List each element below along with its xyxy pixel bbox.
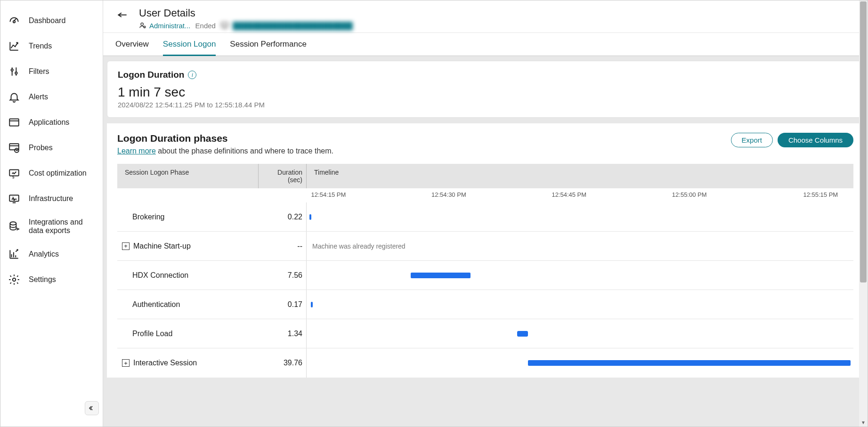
timeline-message: Machine was already registered bbox=[312, 242, 406, 250]
duration-cell: -- bbox=[259, 232, 307, 260]
gauge-icon bbox=[8, 15, 20, 27]
logon-duration-value: 1 min 7 sec bbox=[118, 85, 853, 100]
svg-point-0 bbox=[13, 21, 15, 23]
tab-session-performance[interactable]: Session Performance bbox=[230, 33, 307, 56]
sidebar-item-label: Alerts bbox=[29, 93, 48, 101]
tab-overview[interactable]: Overview bbox=[115, 33, 149, 56]
sidebar-item-probes[interactable]: Probes bbox=[0, 135, 103, 161]
svg-text:$: $ bbox=[12, 175, 15, 179]
col-header-timeline[interactable]: Timeline bbox=[307, 164, 853, 188]
sidebar-item-cost[interactable]: $ Cost optimization bbox=[0, 161, 103, 186]
sidebar-item-label: Infrastructure bbox=[29, 194, 73, 203]
sidebar-item-integrations[interactable]: Integrations and data exports bbox=[0, 211, 103, 242]
table-row: Authentication 0.17 bbox=[117, 290, 853, 319]
window-icon bbox=[8, 116, 20, 129]
duration-cell: 1.34 bbox=[259, 319, 307, 348]
time-tick: 12:55:15 PM bbox=[803, 191, 838, 198]
phase-cell: + Machine Start-up bbox=[117, 242, 259, 250]
phase-cell: Brokering bbox=[117, 213, 259, 221]
time-tick: 12:54:45 PM bbox=[552, 191, 586, 198]
learn-more-link[interactable]: Learn more bbox=[117, 147, 156, 155]
card-title: Logon Duration bbox=[118, 70, 184, 80]
scroll-thumb[interactable] bbox=[860, 1, 867, 282]
info-icon[interactable]: i bbox=[188, 71, 196, 79]
infra-icon bbox=[8, 193, 20, 205]
user-name: Administrat... bbox=[149, 22, 191, 30]
timeline-bar bbox=[309, 214, 311, 220]
tabs: Overview Session Logon Session Performan… bbox=[103, 33, 868, 56]
timeline-bar bbox=[411, 273, 471, 278]
svg-rect-4 bbox=[9, 144, 19, 150]
table-row: HDX Connection 7.56 bbox=[117, 261, 853, 290]
logon-duration-card: Logon Duration i 1 min 7 sec 2024/08/22 … bbox=[107, 61, 864, 118]
sidebar-item-label: Dashboard bbox=[29, 16, 65, 25]
phases-section: Logon Duration phases Learn more about t… bbox=[107, 123, 864, 378]
back-button[interactable] bbox=[115, 10, 130, 24]
svg-point-11 bbox=[141, 23, 143, 25]
sidebar-item-analytics[interactable]: Analytics bbox=[0, 242, 103, 267]
svg-point-2 bbox=[15, 72, 17, 74]
logon-duration-range: 2024/08/22 12:54:11.25 PM to 12:55:18.44… bbox=[118, 101, 853, 109]
svg-rect-3 bbox=[9, 119, 19, 126]
filters-icon bbox=[8, 65, 20, 78]
cost-icon: $ bbox=[8, 167, 20, 179]
table-header: Session Logon Phase Duration (sec) Timel… bbox=[117, 164, 853, 188]
col-header-duration[interactable]: Duration (sec) bbox=[259, 164, 307, 188]
sidebar-item-dashboard[interactable]: Dashboard bbox=[0, 8, 103, 33]
tab-session-logon[interactable]: Session Logon bbox=[163, 33, 216, 56]
expand-icon[interactable]: + bbox=[122, 242, 130, 250]
phases-table: Session Logon Phase Duration (sec) Timel… bbox=[117, 164, 853, 378]
svg-point-10 bbox=[13, 278, 16, 282]
sidebar-item-alerts[interactable]: Alerts bbox=[0, 84, 103, 110]
time-tick: 12:54:30 PM bbox=[431, 191, 466, 198]
timeline-cell: Machine was already registered bbox=[307, 242, 853, 250]
sidebar-item-filters[interactable]: Filters bbox=[0, 59, 103, 84]
duration-cell: 7.56 bbox=[259, 261, 307, 290]
timeline-bar bbox=[517, 331, 528, 337]
sidebar-item-applications[interactable]: Applications bbox=[0, 110, 103, 135]
section-title: Logon Duration phases bbox=[117, 133, 333, 144]
phase-cell: HDX Connection bbox=[117, 271, 259, 280]
expand-icon[interactable]: + bbox=[122, 359, 130, 367]
sidebar-item-label: Integrations and data exports bbox=[29, 218, 95, 235]
table-row: Profile Load 1.34 bbox=[117, 319, 853, 348]
sidebar-item-label: Cost optimization bbox=[29, 169, 87, 177]
trends-icon bbox=[8, 40, 20, 52]
machine-name: ████████████████████████ bbox=[233, 22, 353, 30]
sidebar-item-trends[interactable]: Trends bbox=[0, 33, 103, 59]
duration-cell: 0.17 bbox=[259, 290, 307, 319]
phase-cell: + Interactive Session bbox=[117, 359, 259, 367]
duration-cell: 0.22 bbox=[259, 202, 307, 231]
sidebar-item-settings[interactable]: Settings bbox=[0, 267, 103, 292]
table-row: + Machine Start-up -- Machine was alread… bbox=[117, 232, 853, 261]
sidebar-item-label: Settings bbox=[29, 275, 56, 284]
vertical-scrollbar[interactable]: ▲ ▼ bbox=[859, 0, 868, 427]
svg-point-1 bbox=[11, 69, 13, 71]
sidebar-item-infrastructure[interactable]: Infrastructure bbox=[0, 186, 103, 211]
sidebar-item-label: Filters bbox=[29, 67, 49, 76]
time-tick: 12:54:15 PM bbox=[311, 191, 346, 198]
export-button[interactable]: Export bbox=[731, 133, 773, 147]
phase-cell: Profile Load bbox=[117, 330, 259, 338]
probes-icon bbox=[8, 142, 20, 154]
choose-columns-button[interactable]: Choose Columns bbox=[778, 133, 853, 147]
time-tick: 12:55:00 PM bbox=[672, 191, 707, 198]
col-header-phase[interactable]: Session Logon Phase bbox=[117, 164, 259, 188]
svg-rect-13 bbox=[221, 23, 228, 27]
sidebar-item-label: Trends bbox=[29, 42, 52, 50]
table-row: + Interactive Session 39.76 bbox=[117, 348, 853, 378]
timeline-bar bbox=[311, 302, 313, 307]
svg-point-9 bbox=[10, 222, 16, 225]
sidebar-item-label: Analytics bbox=[29, 250, 59, 258]
sidebar-collapse-button[interactable] bbox=[85, 401, 99, 415]
sidebar-item-label: Probes bbox=[29, 144, 53, 152]
page-header: User Details Administrat... Ended ██████… bbox=[103, 0, 868, 33]
machine-chip[interactable]: ████████████████████████ bbox=[220, 21, 353, 30]
scroll-down-arrow[interactable]: ▼ bbox=[859, 418, 868, 427]
section-subtext: Learn more about the phase definitions a… bbox=[117, 147, 333, 155]
user-chip[interactable]: Administrat... bbox=[139, 22, 191, 30]
timeline-axis: 12:54:15 PM 12:54:30 PM 12:54:45 PM 12:5… bbox=[307, 188, 853, 202]
database-icon bbox=[8, 220, 20, 233]
content-scroll: Logon Duration i 1 min 7 sec 2024/08/22 … bbox=[103, 56, 868, 427]
page-title: User Details bbox=[139, 7, 353, 19]
